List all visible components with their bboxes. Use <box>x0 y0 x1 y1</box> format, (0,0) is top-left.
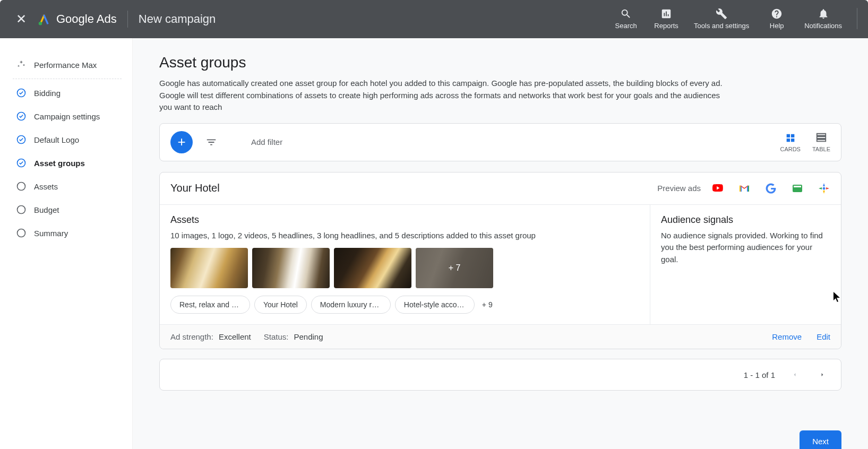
product-suffix: Ads <box>97 12 117 25</box>
assets-title: Assets <box>170 214 639 226</box>
next-page-button[interactable] <box>814 367 830 383</box>
toolbar: + Add filter CARDS TABLE <box>159 123 841 161</box>
headline-chip-more[interactable]: + 9 <box>479 300 496 309</box>
check-circle-icon <box>16 158 27 168</box>
logo[interactable]: Google Ads <box>37 12 117 26</box>
filter-icon[interactable] <box>205 136 217 148</box>
sidebar-item-default-logo[interactable]: Default Logo <box>13 128 122 151</box>
table-icon <box>815 132 827 144</box>
asset-thumbnail-more[interactable] <box>416 248 493 288</box>
status-label: Status: <box>264 332 289 341</box>
svg-rect-9 <box>794 186 801 187</box>
pagination: 1 - 1 of 1 <box>159 359 841 391</box>
table-view-button[interactable]: TABLE <box>812 132 830 152</box>
tools-icon <box>716 8 727 20</box>
signals-description: No audience signals provided. Working to… <box>661 230 830 266</box>
gmail-icon[interactable] <box>738 182 751 195</box>
main-content: Asset groups Google has automatically cr… <box>133 38 868 449</box>
page-description: Google has automatically created one ass… <box>159 77 727 114</box>
sidebar-item-assets[interactable]: Assets <box>13 175 122 198</box>
google-icon[interactable] <box>764 182 777 195</box>
chevron-right-icon <box>819 372 826 378</box>
divider <box>857 8 857 29</box>
circle-icon <box>16 228 27 238</box>
sidebar-item-asset-groups[interactable]: Asset groups <box>13 151 122 175</box>
youtube-icon[interactable] <box>711 182 724 195</box>
circle-icon <box>16 181 27 192</box>
preview-ads-link[interactable]: Preview ads <box>657 184 701 193</box>
close-icon[interactable]: ✕ <box>11 12 32 27</box>
chevron-left-icon <box>792 372 798 378</box>
group-name: Your Hotel <box>170 182 220 194</box>
headline-chip[interactable]: Rest, relax and enj... <box>170 296 250 314</box>
edit-button[interactable]: Edit <box>817 332 830 341</box>
pagination-text: 1 - 1 of 1 <box>744 370 775 379</box>
strength-label: Ad strength: <box>170 332 213 341</box>
sidebar-item-campaign-settings[interactable]: Campaign settings <box>13 105 122 128</box>
page-title: Asset groups <box>159 54 841 71</box>
check-circle-icon <box>16 88 27 98</box>
add-button[interactable]: + <box>170 131 193 153</box>
search-icon <box>620 8 632 20</box>
asset-thumbnail[interactable] <box>170 248 248 288</box>
app-header: ✕ Google Ads New campaign Search Reports… <box>0 0 868 38</box>
prev-page-button[interactable] <box>787 367 803 383</box>
notifications-button[interactable]: Notifications <box>804 8 842 30</box>
search-button[interactable]: Search <box>613 8 639 30</box>
circle-icon <box>16 204 27 215</box>
tools-button[interactable]: Tools and settings <box>694 8 749 30</box>
next-button[interactable]: Next <box>800 430 841 449</box>
sidebar-item-budget[interactable]: Budget <box>13 198 122 221</box>
sidebar: Performance Max Bidding Campaign setting… <box>0 38 133 449</box>
sidebar-item-bidding[interactable]: Bidding <box>13 81 122 105</box>
asset-thumbnail[interactable] <box>252 248 330 288</box>
remove-button[interactable]: Remove <box>772 332 802 341</box>
sparkle-icon <box>16 59 27 70</box>
bell-icon <box>818 8 829 20</box>
cards-view-button[interactable]: CARDS <box>780 132 801 152</box>
svg-point-0 <box>39 22 42 25</box>
add-filter-button[interactable]: Add filter <box>251 137 282 146</box>
headline-chip[interactable]: Modern luxury roo... <box>311 296 391 314</box>
headline-chip[interactable]: Hotel-style accom... <box>395 296 475 314</box>
check-circle-icon <box>16 111 27 122</box>
signals-title: Audience signals <box>661 214 830 226</box>
help-button[interactable]: Help <box>764 8 789 30</box>
svg-point-7 <box>18 229 25 237</box>
google-ads-logo-icon <box>37 12 51 26</box>
product-name: Google <box>56 12 94 25</box>
reports-button[interactable]: Reports <box>654 8 679 30</box>
svg-point-5 <box>18 183 25 191</box>
header-page-title: New campaign <box>139 12 216 26</box>
headline-chip[interactable]: Your Hotel <box>254 296 307 314</box>
asset-thumbnail[interactable] <box>334 248 411 288</box>
assets-description: 10 images, 1 logo, 2 videos, 5 headlines… <box>170 230 639 242</box>
svg-point-6 <box>18 206 25 214</box>
display-icon[interactable] <box>791 182 804 195</box>
status-value: Pending <box>294 332 323 341</box>
sidebar-item-summary[interactable]: Summary <box>13 221 122 245</box>
discover-icon[interactable] <box>818 182 830 195</box>
check-circle-icon <box>16 134 27 145</box>
divider <box>127 11 128 28</box>
svg-point-10 <box>823 187 826 189</box>
strength-value: Excellent <box>219 332 251 341</box>
sidebar-item-performance-max[interactable]: Performance Max <box>13 53 122 79</box>
cards-icon <box>785 132 796 144</box>
asset-group-card: Your Hotel Preview ads Assets 10 images,… <box>159 172 841 350</box>
reports-icon <box>660 8 672 20</box>
help-icon <box>771 8 783 20</box>
